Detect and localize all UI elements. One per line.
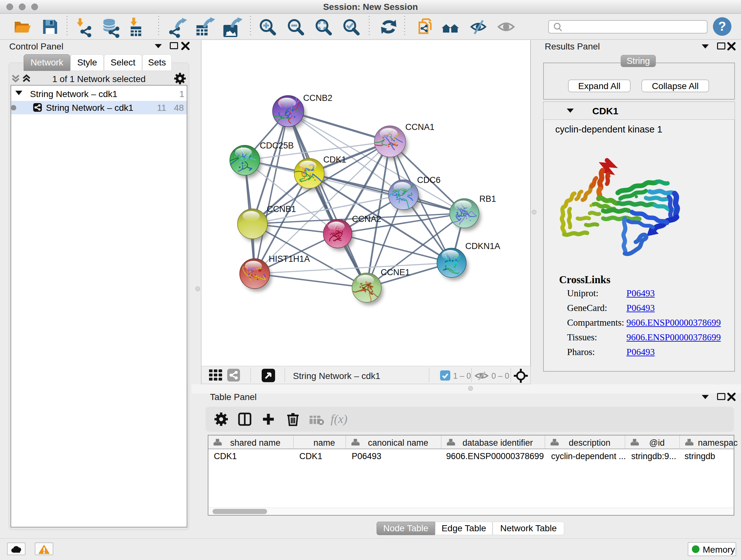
svg-text:CCNB1: CCNB1 <box>267 204 296 214</box>
svg-text:CDK1: CDK1 <box>323 155 346 165</box>
svg-text:CDC6: CDC6 <box>417 175 441 185</box>
svg-text:CCNA2: CCNA2 <box>352 214 381 224</box>
svg-text:CCNA1: CCNA1 <box>405 122 434 132</box>
svg-text:HIST1H1A: HIST1H1A <box>269 254 310 264</box>
svg-text:CCNE1: CCNE1 <box>381 267 410 277</box>
svg-text:CDKN1A: CDKN1A <box>465 241 500 251</box>
svg-text:?: ? <box>718 19 726 33</box>
svg-text:CDC25B: CDC25B <box>260 141 294 150</box>
svg-text:RB1: RB1 <box>479 194 496 204</box>
svg-text:CCNB2: CCNB2 <box>303 93 333 103</box>
